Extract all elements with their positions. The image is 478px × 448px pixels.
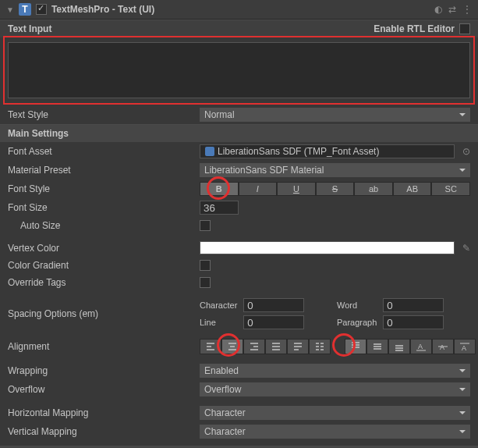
overflow-dropdown[interactable]: Overflow — [200, 382, 470, 396]
char-spacing-label: Character — [200, 300, 237, 310]
para-spacing-input[interactable] — [383, 315, 444, 329]
collapse-arrow-icon[interactable]: ▼ — [6, 5, 14, 14]
text-input-header[interactable]: Text Input Enable RTL Editor — [0, 20, 478, 37]
v-mapping-label: Vertical Mapping — [8, 426, 195, 437]
align-capline-button[interactable]: A — [454, 339, 476, 354]
align-midline-button[interactable]: A — [432, 339, 454, 354]
svg-text:A: A — [462, 344, 466, 352]
alignment-label: Alignment — [8, 341, 195, 352]
wrapping-label: Wrapping — [8, 365, 195, 376]
component-header: ▼ T TextMeshPro - Text (UI) ◐ ⇄ ⋮ — [0, 0, 478, 20]
help-icon[interactable]: ◐ — [434, 4, 442, 15]
h-mapping-label: Horizontal Mapping — [8, 407, 195, 418]
align-flush-button[interactable] — [287, 339, 309, 354]
wrapping-dropdown[interactable]: Enabled — [200, 364, 470, 378]
text-input-label: Text Input — [8, 23, 51, 34]
align-middle-button[interactable] — [366, 339, 388, 354]
vertex-color-label: Vertex Color — [8, 243, 195, 254]
uppercase-button[interactable]: AB — [393, 182, 432, 196]
font-size-input[interactable] — [200, 201, 239, 215]
align-left-button[interactable] — [200, 339, 221, 354]
word-spacing-input[interactable] — [383, 298, 444, 312]
presets-icon[interactable]: ⇄ — [448, 4, 456, 15]
line-spacing-input[interactable] — [243, 315, 304, 329]
word-spacing-label: Word — [337, 300, 377, 310]
para-spacing-label: Paragraph — [337, 318, 377, 327]
horizontal-align-group — [200, 339, 331, 354]
align-geo-button[interactable] — [309, 339, 331, 354]
underline-button[interactable]: U — [277, 182, 316, 196]
component-icon: T — [19, 3, 31, 16]
component-title: TextMeshPro - Text (UI) — [51, 4, 430, 15]
align-right-button[interactable] — [243, 339, 265, 354]
spacing-label: Spacing Options (em) — [8, 308, 195, 319]
main-settings-header[interactable]: Main Settings — [0, 124, 478, 142]
color-gradient-label: Color Gradient — [8, 260, 195, 271]
auto-size-label: Auto Size — [8, 220, 195, 231]
material-preset-label: Material Preset — [8, 165, 195, 176]
rtl-checkbox[interactable] — [459, 23, 470, 34]
italic-button[interactable]: I — [239, 182, 278, 196]
align-baseline-button[interactable]: A — [410, 339, 432, 354]
color-gradient-checkbox[interactable] — [200, 260, 211, 271]
object-picker-icon[interactable]: ⊙ — [462, 146, 470, 157]
line-spacing-label: Line — [200, 318, 237, 327]
font-style-label: Font Style — [8, 183, 195, 194]
vertical-align-group: A A A — [345, 339, 476, 354]
char-spacing-input[interactable] — [243, 298, 304, 312]
align-top-button[interactable] — [345, 339, 366, 354]
align-bottom-button[interactable] — [388, 339, 410, 354]
h-mapping-dropdown[interactable]: Character — [200, 406, 470, 420]
strikethrough-button[interactable]: S — [316, 182, 355, 196]
font-size-label: Font Size — [8, 202, 195, 213]
text-style-label: Text Style — [8, 109, 195, 120]
rtl-label: Enable RTL Editor — [374, 23, 455, 34]
lowercase-button[interactable]: ab — [354, 182, 393, 196]
font-icon — [205, 147, 214, 156]
vertex-color-swatch[interactable] — [200, 241, 455, 254]
smallcaps-button[interactable]: SC — [431, 182, 470, 196]
v-mapping-dropdown[interactable]: Character — [200, 425, 470, 439]
eyedropper-icon[interactable]: ✎ — [462, 243, 470, 254]
font-asset-field[interactable]: LiberationSans SDF (TMP_Font Asset) — [200, 144, 455, 158]
override-tags-checkbox[interactable] — [200, 277, 211, 288]
text-style-dropdown[interactable]: Normal — [200, 108, 470, 122]
auto-size-checkbox[interactable] — [200, 220, 211, 231]
svg-text:A: A — [418, 343, 423, 350]
material-preset-dropdown[interactable]: LiberationSans SDF Material — [200, 163, 470, 177]
align-justify-button[interactable] — [265, 339, 287, 354]
menu-icon[interactable]: ⋮ — [462, 4, 472, 15]
enabled-checkbox[interactable] — [36, 4, 47, 15]
overflow-label: Overflow — [8, 384, 195, 395]
bold-button[interactable]: B — [200, 182, 239, 196]
align-center-button[interactable] — [221, 339, 243, 354]
override-tags-label: Override Tags — [8, 277, 195, 288]
svg-text:A: A — [440, 343, 444, 351]
font-asset-label: Font Asset — [8, 146, 195, 157]
text-input-area[interactable] — [8, 42, 470, 98]
